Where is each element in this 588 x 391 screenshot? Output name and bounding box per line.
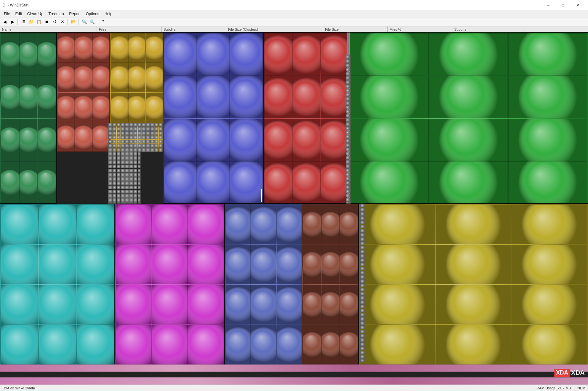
maximize-button[interactable]: □ bbox=[556, 0, 571, 10]
menu-treemap[interactable]: Treemap bbox=[46, 11, 67, 17]
minimize-button[interactable]: ─ bbox=[541, 0, 556, 10]
toolbar-scan[interactable]: 🖥 bbox=[20, 18, 27, 26]
toolbar: ◀ ▶ 🖥 📁 📋 ⏹ ↺ ✕ 📂 🔍 🔍 ? bbox=[0, 17, 588, 26]
menu-report[interactable]: Report bbox=[67, 11, 83, 17]
col-subdirs2[interactable]: Subdirs bbox=[452, 26, 523, 32]
column-headers: Name Files Subdirs File Size (Clusters) … bbox=[0, 26, 588, 32]
num-lock: NUM bbox=[577, 386, 585, 390]
toolbar-sep1 bbox=[17, 19, 19, 25]
toolbar-sep3 bbox=[78, 19, 79, 25]
toolbar-delete[interactable]: ✕ bbox=[59, 18, 66, 26]
col-files-pct[interactable]: Files % bbox=[388, 26, 452, 32]
menu-options[interactable]: Options bbox=[83, 11, 102, 17]
toolbar-zoomin[interactable]: 🔍 bbox=[81, 18, 88, 26]
toolbar-open[interactable]: 📂 bbox=[70, 18, 77, 26]
close-button[interactable]: ✕ bbox=[571, 0, 585, 10]
status-path: D:\Alan Wake 2\data bbox=[3, 386, 537, 390]
treemap-canvas bbox=[0, 32, 588, 372]
col-size[interactable]: File Size bbox=[323, 26, 388, 32]
status-right: RAM Usage: 21.7 MB NUM bbox=[537, 386, 585, 390]
toolbar-stop[interactable]: ⏹ bbox=[43, 18, 50, 26]
menu-cleanup[interactable]: Clean Up bbox=[25, 11, 46, 17]
toolbar-fwd[interactable]: ▶ bbox=[9, 18, 16, 26]
menu-bar: File Edit Clean Up Treemap Report Option… bbox=[0, 10, 588, 17]
window-title: D: - WinDirStat bbox=[3, 3, 28, 7]
toolbar-zoomout[interactable]: 🔍 bbox=[89, 18, 96, 26]
window-controls: ─ □ ✕ bbox=[541, 0, 585, 10]
toolbar-sep2 bbox=[67, 19, 68, 25]
toolbar-scan2[interactable]: 📁 bbox=[28, 18, 35, 26]
xda-text: XDA bbox=[571, 369, 585, 376]
col-size-clusters[interactable]: File Size (Clusters) bbox=[226, 26, 323, 32]
col-subdirs[interactable]: Subdirs bbox=[162, 26, 226, 32]
toolbar-back[interactable]: ◀ bbox=[1, 18, 8, 26]
toolbar-sep4 bbox=[97, 19, 98, 25]
treemap-area[interactable]: XDA XDA bbox=[0, 32, 588, 385]
toolbar-help[interactable]: ? bbox=[100, 18, 107, 26]
col-files[interactable]: Files bbox=[97, 26, 162, 32]
xda-logo: XDA XDA bbox=[554, 369, 585, 377]
menu-file[interactable]: File bbox=[1, 11, 13, 17]
status-bar: D:\Alan Wake 2\data RAM Usage: 21.7 MB N… bbox=[0, 385, 588, 391]
toolbar-refresh[interactable]: ↺ bbox=[51, 18, 58, 26]
menu-edit[interactable]: Edit bbox=[13, 11, 25, 17]
col-name[interactable]: Name bbox=[0, 26, 97, 32]
pink-bar bbox=[0, 377, 588, 385]
menu-help[interactable]: Help bbox=[102, 11, 115, 17]
toolbar-scan3[interactable]: 📋 bbox=[36, 18, 43, 26]
ram-usage: RAM Usage: 21.7 MB bbox=[537, 386, 571, 390]
xda-icon: XDA bbox=[554, 369, 570, 377]
